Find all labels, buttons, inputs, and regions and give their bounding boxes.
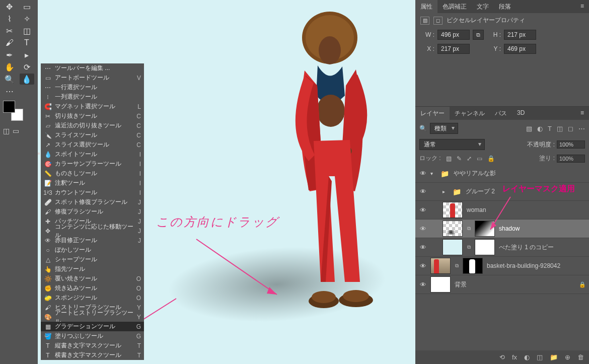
quickmask-icon[interactable]: ◫	[3, 127, 10, 135]
tab-channels[interactable]: チャンネル	[450, 107, 490, 120]
visibility-icon[interactable]: 👁	[418, 170, 427, 177]
flyout-item-25[interactable]: 🎨アートヒストリーブラシツールY	[41, 312, 144, 322]
lock-icon-0[interactable]: ▧	[446, 155, 452, 162]
flyout-item-6[interactable]: 🔪スライスツールC	[41, 130, 144, 140]
flyout-item-18[interactable]: ○ぼかしツール	[41, 245, 144, 255]
layers-foot-icon-3[interactable]: ◫	[537, 353, 543, 361]
rotate-tool-icon[interactable]: ⟳	[20, 61, 34, 72]
layers-foot-icon-4[interactable]: 📁	[550, 353, 558, 361]
marquee-tool-icon[interactable]: ▭	[20, 1, 34, 12]
flyout-item-10[interactable]: 📏ものさしツールI	[41, 169, 144, 178]
x-field[interactable]: 217 px	[437, 44, 470, 54]
layers-foot-icon-2[interactable]: ◐	[524, 353, 530, 361]
lock-icon-3[interactable]: ▭	[477, 155, 482, 162]
visibility-icon[interactable]: 👁	[418, 244, 427, 251]
flyout-item-12[interactable]: 1²3カウントツールI	[41, 188, 144, 197]
type-tool-icon[interactable]: T	[20, 37, 34, 48]
height-field[interactable]: 217 px	[504, 30, 536, 40]
flyout-item-13[interactable]: 🩹スポット修復ブラシツールJ	[41, 197, 144, 207]
flyout-item-4[interactable]: ✂切り抜きツールC	[41, 111, 144, 121]
link-icon[interactable]: ⧉	[454, 263, 460, 269]
brush-tool-icon[interactable]: 🖌	[2, 37, 17, 48]
layer-thumb[interactable]	[443, 202, 463, 218]
layer-row-0[interactable]: 👁▾📁ややリアルな影	[415, 165, 589, 183]
layer-thumb[interactable]	[430, 258, 451, 274]
visibility-icon[interactable]: 👁	[418, 225, 427, 233]
flyout-item-9[interactable]: 🎯カラーサンプラーツールI	[41, 159, 144, 169]
flyout-header[interactable]: ⋯ ツールバーを編集 ...	[41, 63, 144, 73]
color-swatch[interactable]	[3, 101, 23, 121]
visibility-icon[interactable]: 👁	[418, 262, 427, 270]
search-icon[interactable]: 🔍	[419, 125, 427, 132]
lasso-tool-icon[interactable]: ⌇	[2, 13, 17, 24]
tab-paths[interactable]: パス	[490, 107, 512, 120]
kind-filter-icon-0[interactable]: ▧	[526, 125, 532, 132]
flyout-item-27[interactable]: 🪣塗りつぶしツールG	[41, 331, 144, 341]
lock-icon-2[interactable]: ⤢	[467, 155, 472, 162]
flyout-item-2[interactable]: ⁝一列選択ツール	[41, 92, 144, 102]
flyout-item-8[interactable]: 💧スポイトツールI	[41, 150, 144, 159]
flyout-item-5[interactable]: ▱遠近法の切り抜きツールC	[41, 121, 144, 130]
path-select-tool-icon[interactable]: ▸	[20, 49, 34, 60]
flyout-item-23[interactable]: 🧽スポンジツールO	[41, 293, 144, 303]
kind-filter-icon-2[interactable]: T	[548, 125, 552, 132]
flyout-item-22[interactable]: ✊焼き込みツールO	[41, 283, 144, 293]
kind-filter-icon-4[interactable]: ◻	[568, 125, 573, 132]
kind-filter[interactable]: 種類	[430, 123, 458, 134]
flyout-item-17[interactable]: 👁赤目修正ツールJ	[41, 236, 144, 245]
flyout-item-16[interactable]: ✥コンテンツに応じた移動ツールJ	[41, 226, 144, 236]
screenmode-icon[interactable]: ▭	[13, 127, 19, 135]
flyout-item-20[interactable]: 👆指先ツール	[41, 264, 144, 274]
layers-foot-icon-1[interactable]: fx	[512, 353, 517, 361]
lock-icon-1[interactable]: ✎	[457, 155, 462, 162]
link-wh-icon[interactable]: ⧉	[473, 30, 484, 40]
lock-icon-4[interactable]: 🔒	[487, 155, 495, 162]
layers-foot-icon-6[interactable]: 🗑	[577, 353, 584, 361]
layer-thumb[interactable]	[430, 276, 451, 293]
flyout-item-3[interactable]: 🧲マグネット選択ツールL	[41, 102, 144, 111]
kind-filter-icon-1[interactable]: ◐	[537, 125, 543, 132]
pen-tool-icon[interactable]: ✒	[2, 49, 17, 60]
layers-foot-icon-0[interactable]: ⟲	[499, 353, 505, 361]
panel-menu-icon[interactable]: ≡	[575, 0, 589, 13]
visibility-icon[interactable]: 👁	[418, 188, 427, 195]
visibility-icon[interactable]: 👁	[418, 206, 427, 214]
layer-row-5[interactable]: 👁⧉basket-bra-building-928042	[415, 257, 589, 275]
crop-tool-icon[interactable]: ✂	[2, 25, 17, 36]
y-field[interactable]: 469 px	[504, 44, 536, 54]
layer-thumb[interactable]	[443, 221, 463, 237]
layers-foot-icon-5[interactable]: ⊕	[565, 353, 570, 361]
mask-thumb[interactable]	[475, 239, 495, 255]
flyout-item-0[interactable]: ▭アートボードツールV	[41, 73, 144, 83]
zoom-tool-icon[interactable]: 🔍	[2, 74, 17, 85]
fill-field[interactable]: 100%	[557, 155, 585, 163]
kind-filter-icon-5[interactable]: ⋯	[578, 125, 585, 132]
flyout-item-19[interactable]: △シャープツール	[41, 255, 144, 264]
flyout-item-11[interactable]: 📝注釈ツールI	[41, 178, 144, 188]
wand-tool-icon[interactable]: ✧	[20, 13, 34, 24]
kind-filter-icon-3[interactable]: ◫	[557, 125, 563, 132]
flyout-item-1[interactable]: ⋯一行選択ツール	[41, 83, 144, 92]
mask-thumb[interactable]	[463, 258, 483, 274]
eyedropper-tool-icon[interactable]: 💧	[20, 74, 34, 85]
tab-3d[interactable]: 3D	[512, 107, 530, 120]
opacity-field[interactable]: 100%	[557, 140, 585, 149]
tab-layers[interactable]: レイヤー	[415, 107, 450, 120]
link-icon[interactable]: ⧉	[466, 226, 472, 232]
frame-tool-icon[interactable]: ◫	[20, 25, 34, 36]
tab-adjustments[interactable]: 色調補正	[437, 0, 472, 13]
flyout-item-21[interactable]: 🔆覆い焼きツールO	[41, 274, 144, 283]
flyout-item-28[interactable]: T縦書き文字マスクツールT	[41, 341, 144, 350]
fold-icon[interactable]: ▸	[443, 189, 450, 194]
width-field[interactable]: 496 px	[437, 30, 470, 40]
tab-paragraph[interactable]: 段落	[494, 0, 516, 13]
more-tools-icon[interactable]: ⋯	[2, 86, 17, 97]
layer-row-6[interactable]: 👁背景🔒	[415, 275, 589, 294]
hand-tool-icon[interactable]: ✋	[2, 61, 17, 72]
link-icon[interactable]: ⧉	[466, 244, 472, 250]
flyout-item-29[interactable]: T横書き文字マスクツールT	[41, 350, 144, 360]
blend-mode-select[interactable]: 通常	[419, 139, 485, 150]
move-tool-icon[interactable]: ✥	[2, 1, 17, 12]
flyout-item-7[interactable]: ↗スライス選択ツールC	[41, 140, 144, 150]
tab-properties[interactable]: 属性	[415, 0, 437, 13]
